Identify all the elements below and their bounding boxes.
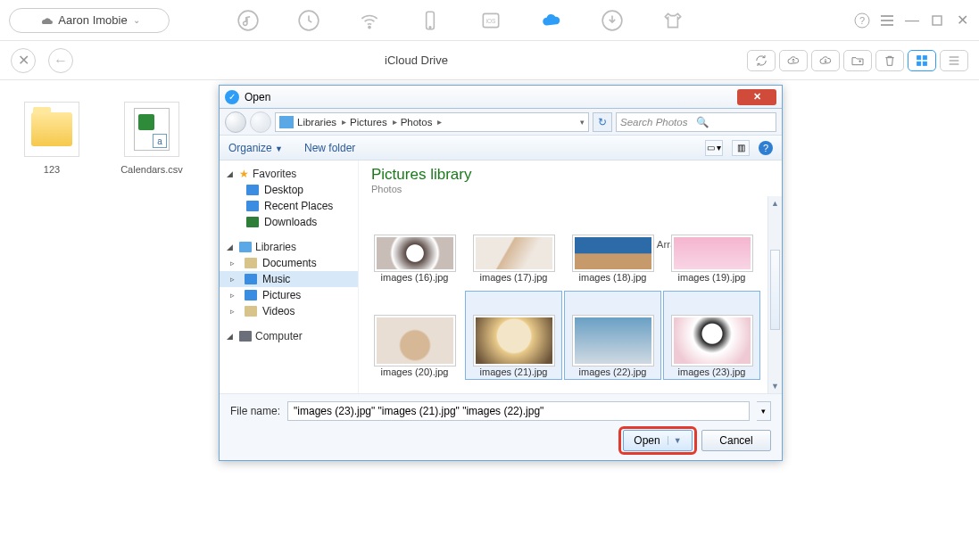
file-name-dropdown[interactable]: ▾ (757, 401, 771, 421)
dialog-toolbar: Organize ▼ New folder ▭ ▾ ▥ ? (220, 136, 782, 161)
tree-item-documents[interactable]: ▹Documents (220, 255, 358, 271)
open-button[interactable]: Open ▼ (623, 430, 693, 451)
help-icon[interactable]: ? (759, 141, 773, 155)
csv-icon (124, 102, 179, 157)
tab-ios[interactable]: iOS (460, 0, 521, 41)
tree-item-pictures[interactable]: ▹Pictures (220, 287, 358, 303)
file-thumbnail[interactable]: images (22).jpg (564, 291, 661, 380)
image-thumb (572, 315, 654, 366)
item-label: Calendars.csv (120, 164, 183, 175)
folder-icon (24, 102, 79, 157)
toolbar-actions (747, 50, 968, 71)
image-thumb (671, 315, 753, 366)
image-thumb (572, 235, 654, 272)
organize-menu[interactable]: Organize ▼ (228, 142, 283, 154)
scroll-down-icon[interactable]: ▼ (768, 379, 782, 393)
tree-favorites[interactable]: ◢★Favorites (220, 166, 358, 182)
back-button[interactable]: ← (48, 48, 73, 73)
nav-back-button[interactable] (225, 111, 246, 133)
app-icon: ✓ (225, 90, 239, 104)
new-folder-button[interactable] (843, 50, 872, 71)
file-name: images (21).jpg (480, 366, 548, 377)
list-view-button[interactable] (940, 50, 968, 71)
tree-item-downloads[interactable]: Downloads (220, 214, 358, 230)
minimize-button[interactable]: — (904, 12, 920, 29)
file-name: images (16).jpg (381, 272, 449, 283)
upload-button[interactable] (779, 50, 808, 71)
app-topbar: Aaron Imobie ⌄ iOS ? — ✕ (0, 0, 979, 41)
tree-computer[interactable]: ◢Computer (220, 328, 358, 344)
menu-icon[interactable] (879, 12, 895, 29)
svg-rect-14 (923, 62, 926, 65)
scroll-thumb[interactable] (770, 250, 780, 330)
grid-view-button[interactable] (908, 50, 936, 71)
address-dropdown-icon[interactable]: ▾ (580, 118, 585, 127)
tree-item-music[interactable]: ▹Music (220, 271, 358, 287)
folder-item[interactable]: 123 (16, 102, 87, 175)
dialog-navbar: Libraries Pictures Photos ▾ ↻ Search Pho… (220, 109, 782, 136)
close-page-button[interactable]: ✕ (11, 48, 36, 73)
close-button[interactable]: ✕ (954, 12, 970, 29)
delete-button[interactable] (875, 50, 904, 71)
file-name: images (23).jpg (678, 366, 746, 377)
dialog-titlebar[interactable]: ✓ Open ✕ (220, 86, 782, 109)
account-dropdown[interactable]: Aaron Imobie ⌄ (9, 8, 170, 33)
refresh-button[interactable] (747, 50, 776, 71)
file-thumbnail[interactable]: images (18).jpg (564, 196, 661, 285)
svg-rect-11 (917, 55, 921, 59)
dialog-footer: File name: ▾ Open ▼ Cancel (220, 393, 782, 460)
desktop-icon (246, 185, 259, 195)
new-folder-button[interactable]: New folder (304, 142, 355, 154)
file-thumbnail[interactable]: images (19).jpg (663, 196, 760, 285)
preview-pane-button[interactable]: ▥ (732, 140, 750, 156)
file-name-input[interactable] (287, 401, 750, 421)
svg-text:iOS: iOS (486, 18, 497, 24)
tree-libraries[interactable]: ◢Libraries (220, 239, 358, 255)
tab-music[interactable] (218, 0, 278, 41)
file-thumbnail[interactable]: images (21).jpg (465, 291, 562, 380)
library-subtitle: Photos (371, 184, 769, 194)
view-mode-button[interactable]: ▭ ▾ (705, 140, 723, 156)
download-icon (246, 217, 259, 227)
breadcrumb-item[interactable]: Photos (401, 117, 443, 128)
tab-tshirt[interactable] (643, 0, 703, 41)
tab-icloud[interactable] (521, 0, 582, 41)
breadcrumb-item[interactable]: Libraries (297, 117, 346, 128)
download-cloud-button[interactable] (811, 50, 840, 71)
file-gallery: Pictures library Photos Arrange by: Fold… (359, 161, 782, 393)
image-thumb (473, 315, 555, 366)
address-bar[interactable]: Libraries Pictures Photos ▾ (275, 112, 589, 132)
file-item[interactable]: Calendars.csv (116, 102, 187, 175)
scrollbar[interactable]: ▲ ▼ (767, 196, 782, 393)
tree-item-recent[interactable]: Recent Places (220, 198, 358, 214)
nav-forward-button[interactable] (250, 111, 271, 133)
open-file-dialog: ✓ Open ✕ Libraries Pictures Photos ▾ ↻ S… (219, 85, 783, 461)
scroll-up-icon[interactable]: ▲ (768, 196, 782, 210)
help-icon[interactable]: ? (854, 12, 870, 29)
dialog-close-button[interactable]: ✕ (737, 89, 776, 105)
library-icon (239, 242, 252, 252)
breadcrumb-item[interactable]: Pictures (350, 117, 397, 128)
chevron-down-icon: ⌄ (133, 15, 140, 25)
file-name: images (19).jpg (678, 272, 746, 283)
file-thumbnail[interactable]: images (16).jpg (366, 196, 463, 285)
tab-phone[interactable] (400, 0, 460, 41)
maximize-button[interactable] (929, 12, 945, 29)
tree-item-desktop[interactable]: Desktop (220, 182, 358, 198)
refresh-icon[interactable]: ↻ (593, 112, 612, 132)
search-input[interactable]: Search Photos 🔍 (616, 112, 776, 132)
tab-wifi[interactable] (339, 0, 400, 41)
file-grid: images (16).jpgimages (17).jpgimages (18… (359, 196, 767, 393)
tab-history[interactable] (278, 0, 339, 41)
dialog-title: Open (245, 91, 270, 103)
file-thumbnail[interactable]: images (17).jpg (465, 196, 562, 285)
cancel-button[interactable]: Cancel (701, 430, 771, 451)
image-thumb (374, 315, 456, 366)
cloud-icon (38, 15, 53, 26)
file-thumbnail[interactable]: images (23).jpg (663, 291, 760, 380)
tab-download[interactable] (582, 0, 643, 41)
tree-item-videos[interactable]: ▹Videos (220, 303, 358, 319)
file-thumbnail[interactable]: images (20).jpg (366, 291, 463, 380)
file-name: images (22).jpg (579, 366, 647, 377)
file-name: images (17).jpg (480, 272, 548, 283)
